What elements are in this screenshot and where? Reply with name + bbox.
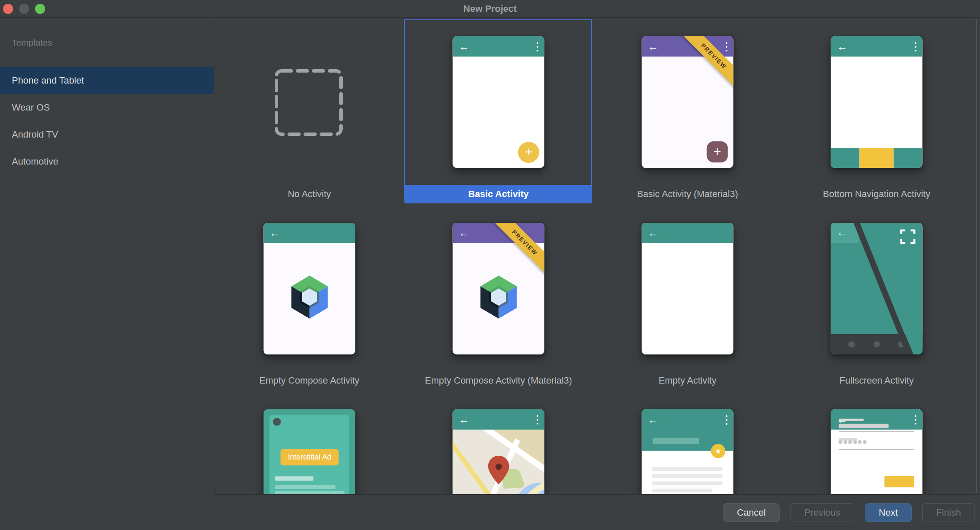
form-input-placeholder xyxy=(839,424,889,428)
ad-close-circle-icon xyxy=(273,418,281,426)
placeholder-line xyxy=(275,476,314,481)
back-arrow-icon: ← xyxy=(459,41,470,52)
thumbnail-appbar: ← xyxy=(831,36,923,57)
template-label: Empty Compose Activity (Material3) xyxy=(404,371,593,390)
sidebar-item-phone-and-tablet[interactable]: Phone and Tablet xyxy=(0,67,214,94)
scrolling-thumbnail: ← ★ xyxy=(642,409,734,494)
thumbnail-appbar: ← xyxy=(453,36,544,57)
compose-logo-icon xyxy=(289,275,330,319)
bottom-nav-bar xyxy=(831,148,923,168)
finish-button: Finish xyxy=(922,503,975,522)
dashed-placeholder-icon xyxy=(274,68,344,138)
template-card-google-maps-activity[interactable]: ← xyxy=(404,392,593,494)
back-arrow-icon: ← xyxy=(648,41,659,52)
back-arrow-icon: ← xyxy=(837,41,848,52)
kebab-menu-icon xyxy=(536,414,539,425)
login-thumbnail: ← xyxy=(831,409,923,494)
back-arrow-icon: ← xyxy=(270,227,281,238)
basic-activity-thumbnail: ← + xyxy=(453,36,544,168)
dialog-footer: Cancel Previous Next Finish xyxy=(215,494,980,530)
sidebar-item-automotive[interactable]: Automotive xyxy=(0,148,214,175)
sidebar-item-wear-os[interactable]: Wear OS xyxy=(0,94,214,121)
login-button-placeholder xyxy=(885,476,914,487)
minimize-window-icon xyxy=(19,4,29,14)
fullscreen-activity-thumbnail: ← xyxy=(831,223,923,354)
placeholder-line xyxy=(652,467,723,471)
templates-sidebar: Templates Phone and Tablet Wear OS Andro… xyxy=(0,18,214,530)
template-label: Basic Activity (Material3) xyxy=(593,185,782,203)
interstitial-ad-button: Interstitial Ad xyxy=(281,449,339,465)
template-label: No Activity xyxy=(215,185,404,203)
map-art xyxy=(453,430,544,494)
placeholder-line xyxy=(652,474,723,478)
template-gallery: No Activity ← + Basic Activity xyxy=(215,18,980,530)
close-window-icon[interactable] xyxy=(3,4,13,14)
placeholder-line xyxy=(652,481,723,485)
basic-activity-material3-thumbnail: ← PREVIEW + xyxy=(642,36,734,168)
scrollbar[interactable] xyxy=(976,20,977,492)
compose-logo-icon xyxy=(478,275,519,319)
input-underline xyxy=(839,449,915,450)
plus-fab-icon: + xyxy=(518,142,539,163)
template-card-scrolling-activity[interactable]: ← ★ xyxy=(593,392,782,494)
template-label: Bottom Navigation Activity xyxy=(782,185,971,203)
template-label: Empty Compose Activity xyxy=(215,371,404,390)
template-card-empty-compose-activity[interactable]: ← Empty Compose Activity xyxy=(215,206,404,392)
back-arrow-icon: ← xyxy=(648,414,659,425)
template-card-admob-ads-activity[interactable]: Interstitial Ad xyxy=(215,392,404,494)
sidebar-item-android-tv[interactable]: Android TV xyxy=(0,121,214,148)
template-card-basic-activity[interactable]: ← + Basic Activity xyxy=(404,19,593,206)
thumbnail-appbar: ← xyxy=(264,223,355,243)
template-card-empty-activity[interactable]: ← Empty Activity xyxy=(593,206,782,392)
bottom-navigation-thumbnail: ← xyxy=(831,36,923,168)
maps-thumbnail: ← xyxy=(453,409,544,494)
kebab-menu-icon xyxy=(536,41,539,52)
new-project-dialog: New Project Templates Phone and Tablet W… xyxy=(0,0,980,530)
sidebar-heading: Templates xyxy=(0,18,214,67)
template-card-empty-compose-activity-material3[interactable]: ← PREVIEW Empty Compose xyxy=(404,206,593,392)
template-label: Fullscreen Activity xyxy=(782,371,971,390)
form-label-placeholder xyxy=(839,419,864,421)
placeholder-line xyxy=(652,489,712,492)
zoom-window-icon[interactable] xyxy=(35,4,45,14)
next-button[interactable]: Next xyxy=(865,503,912,522)
placeholder-line xyxy=(275,491,345,494)
template-grid: No Activity ← + Basic Activity xyxy=(215,19,971,494)
empty-activity-thumbnail: ← xyxy=(642,223,734,354)
template-gallery-viewport: No Activity ← + Basic Activity xyxy=(215,18,980,494)
thumbnail-appbar: ← xyxy=(453,409,544,430)
template-card-bottom-navigation-activity[interactable]: ← Bottom Navigation Activity xyxy=(782,19,971,206)
dialog-title: New Project xyxy=(463,3,517,14)
back-arrow-icon: ← xyxy=(837,227,848,238)
template-card-login-activity[interactable]: ← xyxy=(782,392,971,494)
admob-thumbnail: Interstitial Ad xyxy=(264,409,355,494)
plus-fab-icon: + xyxy=(707,141,728,162)
window-controls xyxy=(3,4,45,14)
kebab-menu-icon xyxy=(915,414,917,425)
back-arrow-icon: ← xyxy=(648,227,659,238)
thumbnail-appbar: ← xyxy=(642,223,734,243)
input-underline xyxy=(839,431,915,432)
back-arrow-icon: ← xyxy=(459,414,470,425)
previous-button: Previous xyxy=(790,503,854,522)
password-dots xyxy=(839,440,867,444)
kebab-menu-icon xyxy=(726,41,728,52)
template-label: Basic Activity xyxy=(405,185,592,203)
template-card-basic-activity-material3[interactable]: ← PREVIEW + Basic Activity (Material3) xyxy=(593,19,782,206)
empty-compose-thumbnail: ← xyxy=(264,223,355,354)
title-placeholder-bar xyxy=(653,438,699,444)
kebab-menu-icon xyxy=(726,414,728,425)
back-arrow-icon: ← xyxy=(459,227,470,238)
fullscreen-thumbnail-art xyxy=(831,223,923,354)
empty-compose-material3-thumbnail: ← PREVIEW xyxy=(453,223,544,354)
dialog-titlebar: New Project xyxy=(0,0,980,18)
star-fab-icon: ★ xyxy=(711,444,726,458)
template-label: Empty Activity xyxy=(593,371,782,390)
kebab-menu-icon xyxy=(915,41,917,52)
cancel-button[interactable]: Cancel xyxy=(723,503,780,522)
placeholder-line xyxy=(275,485,336,489)
template-card-fullscreen-activity[interactable]: ← Fullscreen Activity xyxy=(782,206,971,392)
template-card-no-activity[interactable]: No Activity xyxy=(215,19,404,206)
